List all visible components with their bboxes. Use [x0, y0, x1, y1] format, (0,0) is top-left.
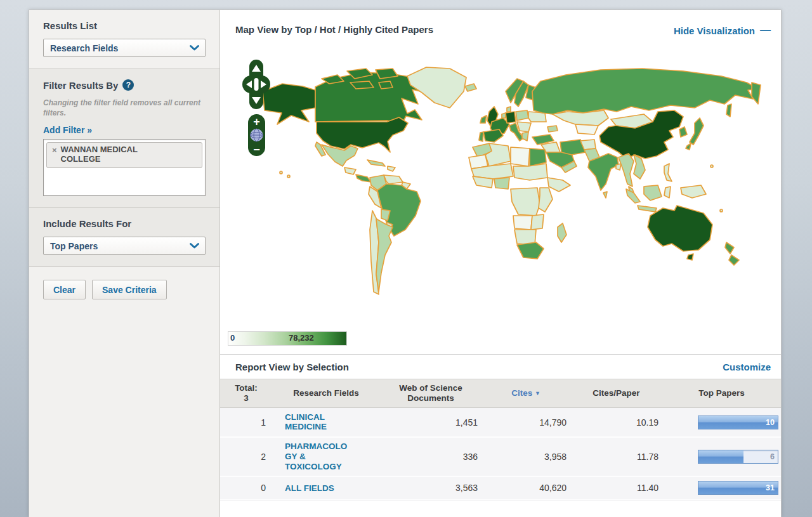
report-table-header: Total: 3 Research Fields Web of Science … [220, 379, 781, 408]
column-wos-documents[interactable]: Web of Science Documents [380, 381, 481, 405]
total-value: 3 [221, 393, 271, 403]
results-list-selected-value: Research Fields [50, 43, 118, 53]
top-papers-value: 31 [766, 483, 775, 492]
report-view-title: Report View by Selection [235, 362, 349, 372]
wos-documents-value: 1,451 [380, 417, 481, 428]
map-legend-gradient: 0 78,232 [228, 331, 347, 346]
table-footer-space [220, 501, 781, 517]
cites-per-paper-value: 10.19 [570, 417, 662, 428]
remove-filter-icon[interactable]: × [52, 145, 57, 164]
app-panel: Results List Research Fields Filter Resu… [29, 10, 782, 517]
customize-link[interactable]: Customize [723, 362, 771, 372]
include-results-section: Include Results For Top Papers [29, 207, 219, 266]
chevron-down-icon [189, 240, 200, 252]
filter-heading: Filter Results By ? [43, 79, 206, 91]
results-list-heading: Results List [43, 20, 206, 31]
sidebar-actions-section: Clear Save Criteria [29, 266, 219, 517]
row-rank: 1 [220, 417, 272, 428]
research-field-link[interactable]: PHARMACOLOGY & TOXICOLOGY [285, 442, 352, 472]
legend-max-value: 78,232 [289, 333, 314, 343]
cites-per-paper-value: 11.40 [570, 483, 662, 493]
filter-note: Changing the filter field removes all cu… [43, 98, 206, 118]
map-zoom-control[interactable]: + − [248, 114, 265, 156]
column-cites-sorted[interactable]: Cites ▼ [481, 386, 570, 401]
top-papers-bar: 31 [698, 481, 778, 495]
world-map-container: + − 0 78,232 [220, 49, 781, 354]
include-results-dropdown[interactable]: Top Papers [43, 237, 206, 255]
row-rank: 2 [220, 452, 272, 462]
column-total: Total: 3 [220, 381, 272, 405]
top-papers-bar: 10 [698, 416, 778, 429]
legend-min-value: 0 [230, 333, 235, 343]
zoom-out-icon[interactable]: − [253, 143, 260, 156]
include-results-heading: Include Results For [43, 218, 206, 229]
sort-descending-icon: ▼ [535, 390, 540, 396]
table-row: 2 PHARMACOLOGY & TOXICOLOGY 336 3,958 11… [220, 438, 781, 477]
cites-value: 14,790 [481, 417, 570, 428]
wos-documents-value: 3,563 [380, 483, 481, 493]
hide-visualization-label: Hide Visualization [674, 25, 755, 36]
total-label: Total: [221, 383, 271, 393]
research-field-link[interactable]: CLINICAL MEDICINE [285, 412, 352, 433]
row-rank: 0 [220, 483, 272, 493]
map-pan-control[interactable] [242, 60, 270, 109]
research-field-link[interactable]: ALL FIELDS [285, 483, 334, 494]
cites-value: 40,620 [481, 483, 570, 493]
results-list-section: Results List Research Fields [29, 10, 219, 69]
help-icon[interactable]: ? [122, 79, 134, 91]
hide-visualization-link[interactable]: Hide Visualization — [674, 24, 771, 37]
filter-chip[interactable]: × WANNAN MEDICAL COLLEGE [46, 142, 202, 168]
save-criteria-button[interactable]: Save Criteria [92, 280, 167, 299]
filter-list-box: × WANNAN MEDICAL COLLEGE [43, 139, 206, 196]
map-view-title: Map View by Top / Hot / Highly Cited Pap… [235, 24, 433, 35]
map-view-header: Map View by Top / Hot / Highly Cited Pap… [220, 10, 781, 49]
include-results-selected-value: Top Papers [50, 241, 98, 251]
top-papers-bar: 6 [698, 450, 778, 464]
main-content: Map View by Top / Hot / Highly Cited Pap… [220, 10, 781, 517]
map-controls: + − [239, 58, 277, 162]
minus-icon: — [760, 24, 771, 37]
clear-button[interactable]: Clear [43, 280, 86, 299]
top-papers-value: 6 [770, 452, 775, 461]
column-research-fields[interactable]: Research Fields [272, 386, 380, 401]
cites-value: 3,958 [481, 452, 570, 462]
cites-per-paper-value: 11.78 [570, 452, 662, 462]
cites-label: Cites [511, 388, 532, 398]
column-top-papers[interactable]: Top Papers [662, 386, 781, 401]
world-map-choropleth[interactable] [220, 49, 781, 335]
filter-heading-label: Filter Results By [43, 80, 118, 91]
filter-chip-label: WANNAN MEDICAL COLLEGE [61, 145, 156, 164]
wos-documents-value: 336 [380, 452, 481, 462]
table-row: 0 ALL FIELDS 3,563 40,620 11.40 31 [220, 477, 781, 501]
filter-section: Filter Results By ? Changing the filter … [29, 69, 219, 207]
table-row: 1 CLINICAL MEDICINE 1,451 14,790 10.19 1… [220, 408, 781, 438]
top-papers-value: 10 [766, 418, 775, 427]
zoom-in-icon[interactable]: + [253, 115, 260, 128]
add-filter-link[interactable]: Add Filter » [43, 125, 92, 135]
column-cites-per-paper[interactable]: Cites/Paper [570, 386, 662, 401]
report-view-header: Report View by Selection Customize [220, 354, 781, 379]
sidebar: Results List Research Fields Filter Resu… [29, 10, 220, 517]
results-list-dropdown[interactable]: Research Fields [43, 39, 206, 57]
chevron-down-icon [189, 43, 200, 54]
